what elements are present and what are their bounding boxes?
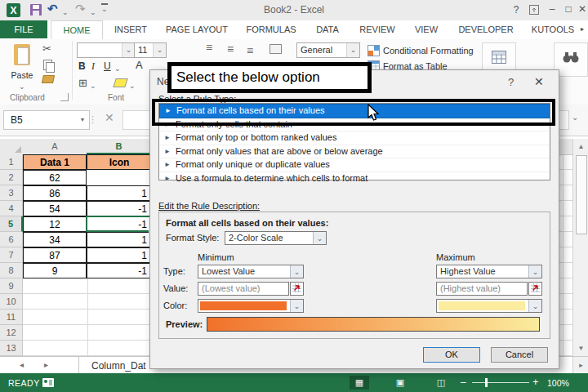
zoom-slider-thumb[interactable] [485, 378, 488, 387]
sheet-tab-active[interactable]: Column_Dat [91, 360, 146, 372]
minimize-icon[interactable]: – [546, 3, 559, 15]
value-min-rangepicker-button[interactable] [290, 282, 304, 296]
horizontal-scroll-right[interactable]: ▸ [572, 357, 588, 373]
cell-b7[interactable]: 1 [87, 247, 152, 263]
cut-icon[interactable]: ✂ [42, 42, 51, 55]
italic-button[interactable]: I [91, 60, 95, 73]
scroll-right-icon[interactable]: ▸ [579, 361, 583, 369]
cell-b5[interactable]: -1 [87, 216, 152, 232]
row-header-12[interactable]: 12 [0, 325, 23, 341]
font-size-select[interactable]: 11 [134, 42, 167, 58]
tab-review[interactable]: REVIEW [353, 20, 402, 38]
rule-type-item[interactable]: ►Format only values that are above or be… [159, 145, 550, 159]
cell-b8[interactable]: -1 [87, 263, 152, 278]
cell-b6[interactable]: 1 [87, 232, 152, 247]
cell-a1-header[interactable]: Data 1 [23, 154, 87, 170]
cell-a3[interactable]: 86 [23, 185, 87, 201]
tab-overflow-icon[interactable]: ▸ [581, 25, 584, 33]
align-bottom-icon[interactable]: ≡ [247, 44, 253, 57]
help-icon[interactable]: ? [510, 4, 523, 16]
sheet-next-icon[interactable]: ▸ [44, 360, 48, 369]
borders-icon[interactable]: ⊞ [78, 77, 87, 89]
value-min-input[interactable]: (Lowest value) [198, 282, 289, 296]
cell-a5[interactable]: 12 [23, 216, 87, 232]
row-header-7[interactable]: 7 [0, 247, 23, 263]
col-header-b[interactable]: B [87, 139, 152, 154]
zoom-slider-track[interactable] [472, 382, 529, 383]
row-header-9[interactable]: 9 [0, 278, 23, 294]
rule-type-item[interactable]: ►Format only top or bottom ranked values [159, 131, 550, 145]
view-page-layout-icon[interactable]: ▣ [390, 376, 410, 390]
grow-font-icon[interactable]: A [136, 59, 143, 71]
cell-b2[interactable] [87, 170, 152, 185]
row-header-10[interactable]: 10 [0, 294, 23, 310]
name-box-dropdown-icon[interactable]: ▾ [81, 111, 84, 129]
row-header-2[interactable]: 2 [0, 170, 23, 185]
sheet-prev-icon[interactable]: ◂ [20, 360, 24, 369]
macro-record-icon[interactable] [42, 378, 54, 387]
zoom-level[interactable]: 100% [547, 378, 569, 388]
cancel-button[interactable]: Cancel [491, 347, 548, 363]
tab-developer[interactable]: DEVELOPER [451, 20, 521, 38]
clipboard-dialog-launcher-icon[interactable] [60, 93, 69, 101]
font-name-select[interactable] [77, 42, 136, 58]
maximize-icon[interactable]: □ [562, 3, 575, 15]
ok-button[interactable]: OK [423, 347, 480, 363]
align-top-icon[interactable]: ≡ [206, 41, 216, 54]
conditional-formatting-button[interactable]: Conditional Formatting [383, 46, 474, 56]
cell-b4[interactable]: -1 [87, 201, 152, 216]
cell-a4[interactable]: 54 [23, 201, 87, 216]
row-header-8[interactable]: 8 [0, 263, 23, 278]
dialog-close-icon[interactable]: ✕ [534, 75, 544, 88]
row-header-6[interactable]: 6 [0, 232, 23, 247]
vertical-scrollbar[interactable]: ▲ ▼ [572, 139, 588, 356]
zoom-out-icon[interactable]: – [461, 376, 466, 388]
row-header-5[interactable]: 5 [0, 216, 23, 232]
row-header-3[interactable]: 3 [0, 185, 23, 201]
orientation-icon[interactable] [270, 44, 282, 54]
color-max-select[interactable] [436, 299, 542, 313]
zoom-in-icon[interactable]: + [532, 376, 539, 388]
cell-a2[interactable]: 62 [23, 170, 87, 185]
row-header-13[interactable]: 13 [0, 341, 23, 356]
close-icon[interactable]: ✕ [577, 3, 588, 15]
cell-a8[interactable]: 9 [23, 263, 87, 278]
tab-page-layout[interactable]: PAGE LAYOUT [160, 20, 234, 38]
formula-bar-expand-icon[interactable]: ⌄ [572, 113, 578, 122]
rule-type-item[interactable]: ►Format only unique or duplicate values [159, 158, 550, 172]
format-style-select[interactable]: 2-Color Scale [225, 231, 327, 245]
rule-type-item[interactable]: ►Use a formula to determine which cells … [159, 172, 550, 186]
value-max-rangepicker-button[interactable] [528, 282, 542, 296]
borders-dropdown-icon[interactable] [90, 80, 96, 90]
name-box[interactable]: B5 ▾ [3, 110, 90, 130]
row-header-1[interactable]: 1 [0, 154, 23, 170]
tab-view[interactable]: VIEW [408, 20, 444, 38]
ribbon-options-icon[interactable] [529, 5, 539, 15]
view-normal-icon[interactable]: ▦ [350, 376, 369, 390]
cell-b3[interactable]: 1 [87, 185, 152, 201]
number-format-select[interactable]: General [296, 42, 360, 58]
fill-color-icon[interactable] [113, 78, 128, 87]
tab-file[interactable]: FILE [0, 20, 47, 38]
tab-data[interactable]: DATA [309, 20, 346, 38]
tab-kutools[interactable]: KUTOOLS [526, 20, 580, 38]
formula-cancel-icon[interactable]: ✕ [105, 111, 114, 124]
cell-a6[interactable]: 34 [23, 232, 87, 247]
underline-dropdown-icon[interactable] [114, 63, 121, 73]
cell-a7[interactable]: 87 [23, 247, 87, 263]
underline-button[interactable]: U [104, 60, 111, 72]
type-min-select[interactable]: Lowest Value [198, 265, 304, 278]
view-page-break-icon[interactable]: ◫ [431, 376, 451, 390]
type-max-select[interactable]: Highest Value [436, 265, 542, 278]
row-header-11[interactable]: 11 [0, 310, 23, 325]
format-painter-icon[interactable] [42, 75, 55, 83]
col-header-a[interactable]: A [23, 139, 87, 155]
paste-button[interactable]: Paste [7, 42, 38, 93]
row-header-4[interactable]: 4 [0, 201, 23, 216]
vertical-scroll-thumb[interactable] [576, 155, 587, 234]
tab-formulas[interactable]: FORMULAS [240, 20, 302, 38]
cell-b1-header[interactable]: Icon [87, 154, 152, 170]
scroll-up-icon[interactable]: ▲ [573, 143, 588, 150]
color-min-select[interactable] [198, 299, 304, 313]
bold-button[interactable]: B [78, 60, 86, 72]
